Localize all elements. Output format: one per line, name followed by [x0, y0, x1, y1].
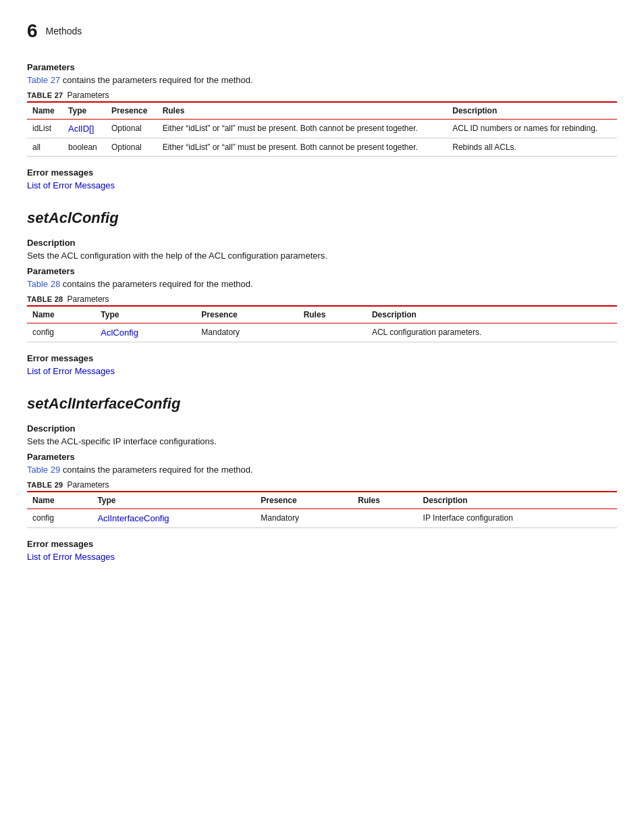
col-name: Name — [27, 492, 92, 509]
cell-description: ACL configuration parameters. — [367, 323, 617, 342]
params-intro-2: Table 28 contains the parameters require… — [27, 279, 617, 289]
col-name: Name — [27, 306, 95, 323]
table28-key: TABLE 28 — [27, 295, 63, 303]
col-presence: Presence — [255, 492, 352, 509]
type-link[interactable]: AclConfig — [101, 328, 138, 338]
cell-rules — [298, 323, 367, 342]
cell-name: config — [27, 509, 92, 528]
table28-header-row: Name Type Presence Rules Description — [27, 306, 617, 323]
table27-key: TABLE 27 — [27, 91, 63, 99]
type-link[interactable]: AclID[] — [68, 124, 94, 134]
error-link-1[interactable]: List of Error Messages — [27, 180, 115, 190]
cell-description: IP Interface configuration — [418, 509, 617, 528]
rebind-section: Parameters Table 27 contains the paramet… — [27, 62, 617, 190]
table27-title: Parameters — [68, 90, 109, 100]
chapter-number: 6 — [27, 20, 38, 42]
table29-label: TABLE 29 Parameters — [27, 480, 617, 490]
cell-name: idList — [27, 120, 63, 138]
col-presence: Presence — [196, 306, 298, 323]
error-link-2[interactable]: List of Error Messages — [27, 366, 115, 376]
cell-presence: Optional — [106, 120, 157, 138]
desc-heading-3: Description — [27, 423, 617, 434]
table29: Name Type Presence Rules Description con… — [27, 491, 617, 528]
error-heading-3: Error messages — [27, 539, 617, 549]
cell-rules — [352, 509, 417, 528]
method-title-setAclInterfaceConfig: setAclInterfaceConfig — [27, 395, 617, 413]
table28-title: Parameters — [68, 294, 109, 304]
cell-name: all — [27, 138, 63, 157]
params-intro-text-3: contains the parameters required for the… — [63, 465, 253, 475]
cell-description: Rebinds all ACLs. — [447, 138, 617, 157]
cell-type: AclInterfaceConfig — [92, 509, 255, 528]
col-rules: Rules — [298, 306, 367, 323]
params-intro-1: Table 27 contains the parameters require… — [27, 75, 617, 85]
type-link[interactable]: AclInterfaceConfig — [97, 513, 169, 523]
cell-type: AclConfig — [95, 323, 196, 342]
method-title-setAclConfig: setAclConfig — [27, 209, 617, 227]
cell-presence: Mandatory — [196, 323, 298, 342]
col-type: Type — [95, 306, 196, 323]
col-description: Description — [367, 306, 617, 323]
table-ref-link-2[interactable]: Table 28 — [27, 279, 60, 289]
desc-text-3: Sets the ACL-specific IP interface confi… — [27, 436, 617, 446]
error-heading-1: Error messages — [27, 167, 617, 178]
table29-header-row: Name Type Presence Rules Description — [27, 492, 617, 509]
setAclConfig-section: setAclConfig Description Sets the ACL co… — [27, 209, 617, 376]
col-description: Description — [447, 102, 617, 120]
params-heading-3: Parameters — [27, 452, 617, 462]
desc-heading-2: Description — [27, 238, 617, 248]
col-description: Description — [418, 492, 617, 509]
col-type: Type — [63, 102, 106, 120]
error-heading-2: Error messages — [27, 353, 617, 363]
table-row: config AclConfig Mandatory ACL configura… — [27, 323, 617, 342]
params-intro-3: Table 29 contains the parameters require… — [27, 465, 617, 475]
col-name: Name — [27, 102, 63, 120]
table28-label: TABLE 28 Parameters — [27, 294, 617, 304]
table28: Name Type Presence Rules Description con… — [27, 305, 617, 342]
cell-description: ACL ID numbers or names for rebinding. — [447, 120, 617, 138]
cell-type: boolean — [63, 138, 106, 157]
col-type: Type — [92, 492, 255, 509]
setAclInterfaceConfig-section: setAclInterfaceConfig Description Sets t… — [27, 395, 617, 562]
params-intro-text-2: contains the parameters required for the… — [63, 279, 253, 289]
chapter-title: Methods — [46, 26, 82, 36]
table29-key: TABLE 29 — [27, 481, 63, 489]
table27: Name Type Presence Rules Description idL… — [27, 101, 617, 157]
table27-header-row: Name Type Presence Rules Description — [27, 102, 617, 120]
cell-presence: Mandatory — [255, 509, 352, 528]
col-rules: Rules — [352, 492, 417, 509]
params-heading-1: Parameters — [27, 62, 617, 72]
table-row: idList AclID[] Optional Either “idList” … — [27, 120, 617, 138]
table-ref-link-1[interactable]: Table 27 — [27, 75, 60, 85]
col-rules: Rules — [157, 102, 448, 120]
table29-title: Parameters — [68, 480, 109, 490]
params-intro-text-1: contains the parameters required for the… — [63, 75, 253, 85]
col-presence: Presence — [106, 102, 157, 120]
table27-label: TABLE 27 Parameters — [27, 90, 617, 100]
cell-type: AclID[] — [63, 120, 106, 138]
table-ref-link-3[interactable]: Table 29 — [27, 465, 60, 475]
cell-rules: Either “idList” or “all” must be present… — [157, 120, 448, 138]
desc-text-2: Sets the ACL configuration with the help… — [27, 251, 617, 261]
page-header: 6 Methods — [27, 20, 617, 42]
table-row: config AclInterfaceConfig Mandatory IP I… — [27, 509, 617, 528]
cell-name: config — [27, 323, 95, 342]
error-link-3[interactable]: List of Error Messages — [27, 552, 115, 562]
cell-presence: Optional — [106, 138, 157, 157]
table-row: all boolean Optional Either “idList” or … — [27, 138, 617, 157]
cell-rules: Either “idList” or “all” must be present… — [157, 138, 448, 157]
params-heading-2: Parameters — [27, 266, 617, 276]
